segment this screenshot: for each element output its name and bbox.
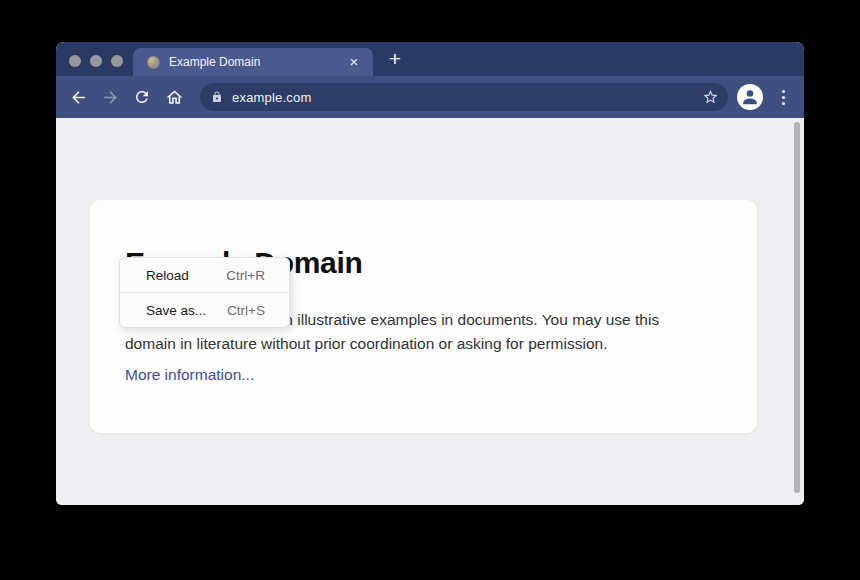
tab-close-icon[interactable]: × — [345, 53, 363, 71]
context-menu: Reload Ctrl+R Save as... Ctrl+S — [119, 257, 290, 328]
navigation-toolbar: example.com — [56, 76, 804, 118]
new-tab-button[interactable]: + — [381, 46, 409, 72]
kebab-menu-icon — [782, 96, 785, 99]
reload-button[interactable] — [126, 76, 158, 118]
reload-icon — [133, 88, 151, 106]
context-menu-item-reload[interactable]: Reload Ctrl+R — [120, 258, 289, 292]
browser-menu-button[interactable] — [775, 76, 791, 118]
tab-title: Example Domain — [169, 55, 260, 69]
context-menu-item-save-as[interactable]: Save as... Ctrl+S — [120, 293, 289, 327]
back-icon — [69, 88, 88, 107]
kebab-menu-icon — [782, 102, 785, 105]
url-text: example.com — [232, 90, 312, 105]
lock-icon — [211, 90, 223, 104]
back-button[interactable] — [62, 76, 94, 118]
address-bar[interactable]: example.com — [200, 83, 728, 111]
menu-item-label: Save as... — [146, 303, 206, 318]
home-icon — [165, 88, 184, 107]
traffic-lights — [69, 55, 123, 67]
menu-item-shortcut: Ctrl+R — [226, 268, 265, 283]
bookmark-star-icon[interactable] — [702, 89, 719, 106]
page-content: Example Domain This domain is for use in… — [56, 118, 804, 505]
forward-button[interactable] — [94, 76, 126, 118]
zoom-traffic-light-icon[interactable] — [111, 55, 123, 67]
tab-example-domain[interactable]: Example Domain × — [133, 48, 373, 76]
browser-window: Example Domain × + example.com — [56, 42, 804, 505]
home-button[interactable] — [158, 76, 190, 118]
kebab-menu-icon — [782, 90, 785, 93]
close-traffic-light-icon[interactable] — [69, 55, 81, 67]
profile-icon — [739, 86, 761, 108]
title-bar: Example Domain × + — [56, 42, 804, 76]
menu-item-label: Reload — [146, 268, 189, 283]
minimize-traffic-light-icon[interactable] — [90, 55, 102, 67]
profile-avatar-button[interactable] — [737, 84, 763, 110]
vertical-scrollbar[interactable] — [794, 122, 800, 493]
tab-favicon-globe-icon — [147, 56, 160, 69]
forward-icon — [101, 88, 120, 107]
more-information-link[interactable]: More information... — [125, 366, 254, 384]
menu-item-shortcut: Ctrl+S — [227, 303, 265, 318]
